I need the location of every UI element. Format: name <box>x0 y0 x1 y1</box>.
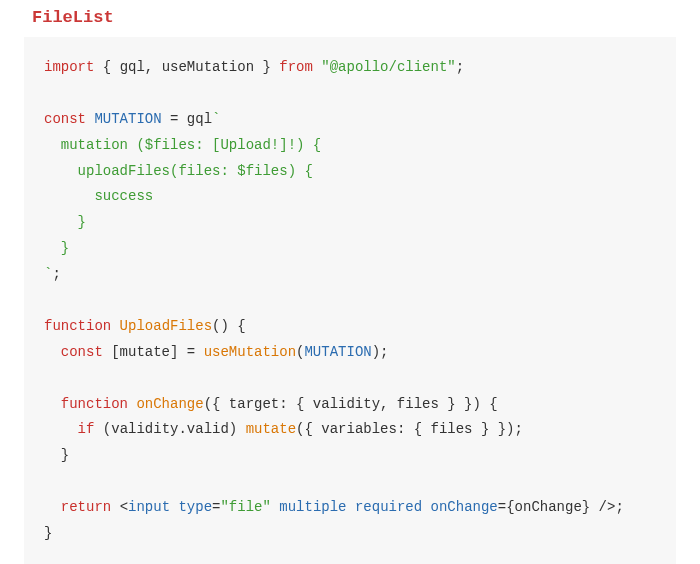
code-text: () { <box>212 318 246 334</box>
code-text <box>111 499 119 515</box>
code-string: "@apollo/client" <box>321 59 455 75</box>
code-text: (validity.valid) <box>94 421 245 437</box>
code-text: ; <box>615 499 623 515</box>
code-function-name: useMutation <box>204 344 296 360</box>
code-function-name: mutate <box>246 421 296 437</box>
code-text: } <box>44 525 52 541</box>
code-function-name: onChange <box>128 396 204 412</box>
code-keyword: function <box>44 396 128 412</box>
code-block: import { gql, useMutation } from "@apoll… <box>24 37 676 564</box>
code-keyword: function <box>44 318 111 334</box>
section-heading: FileList <box>32 8 676 27</box>
code-string: } <box>44 240 69 256</box>
code-string: success <box>44 188 153 204</box>
code-text <box>422 499 430 515</box>
code-attr: onChange <box>431 499 498 515</box>
code-keyword: const <box>44 111 86 127</box>
code-keyword: return <box>44 499 111 515</box>
code-attr: required <box>355 499 422 515</box>
code-text: /> <box>590 499 615 515</box>
code-text: ; <box>456 59 464 75</box>
code-text <box>347 499 355 515</box>
code-text: = <box>498 499 506 515</box>
code-text: = gql <box>170 111 212 127</box>
code-tag: input <box>128 499 170 515</box>
code-text: < <box>120 499 128 515</box>
code-text: { gql, useMutation } <box>94 59 279 75</box>
code-string: mutation ($files: [Upload!]!) { <box>44 137 321 153</box>
code-text: ); <box>372 344 389 360</box>
code-attr: multiple <box>279 499 346 515</box>
code-text: ; <box>52 266 60 282</box>
code-text: } <box>44 447 69 463</box>
code-attr: type <box>178 499 212 515</box>
code-keyword: import <box>44 59 94 75</box>
code-string: "file" <box>220 499 270 515</box>
code-text: ({ target: { validity, files } }) { <box>204 396 498 412</box>
code-keyword: if <box>44 421 94 437</box>
code-string: } <box>44 214 86 230</box>
code-definition: MUTATION <box>86 111 170 127</box>
code-definition: MUTATION <box>304 344 371 360</box>
code-text: [mutate] = <box>103 344 204 360</box>
code-string: uploadFiles(files: $files) { <box>44 163 313 179</box>
code-keyword: from <box>279 59 313 75</box>
code-function-name: UploadFiles <box>111 318 212 334</box>
code-string: ` <box>212 111 220 127</box>
document-container: FileList import { gql, useMutation } fro… <box>0 0 700 564</box>
code-keyword: const <box>44 344 103 360</box>
code-text: {onChange} <box>506 499 590 515</box>
code-text: ({ variables: { files } }); <box>296 421 523 437</box>
